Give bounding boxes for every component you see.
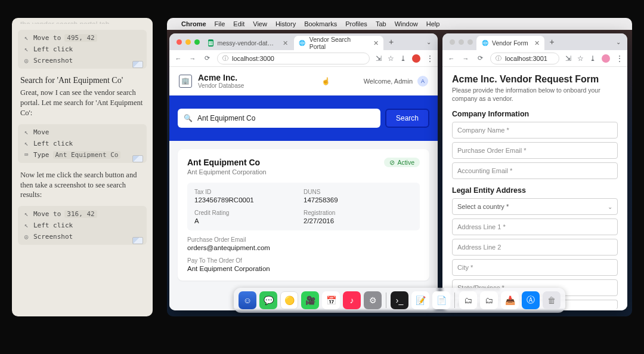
chrome-menu-icon[interactable]: ⋮: [426, 54, 433, 63]
menu-edit[interactable]: Edit: [233, 20, 244, 27]
action-move-to: ↖ Move to 316, 42: [21, 208, 143, 220]
menu-help[interactable]: Help: [426, 20, 440, 27]
registration-value: 2/27/2016: [304, 217, 413, 224]
thought-body: Great, now I can see the vendor search p…: [20, 88, 144, 118]
user-avatar-icon[interactable]: A: [417, 76, 428, 87]
dock-separator: [454, 293, 455, 308]
agent-thought-2: Now let me click the search button and t…: [18, 165, 147, 204]
cursor-icon: ↖: [23, 221, 30, 229]
menu-tab[interactable]: Tab: [376, 20, 386, 27]
close-tab-icon[interactable]: ✕: [283, 39, 288, 47]
cursor-icon: ↖: [23, 140, 30, 147]
address-line-2-field[interactable]: Address Line 2: [452, 239, 618, 256]
action-block-3: ↖ Move to 316, 42 ↖ Left click ◎ Screens…: [18, 206, 147, 245]
app-store-icon[interactable]: Ⓐ: [522, 291, 540, 309]
zoom-window-icon[interactable]: [467, 39, 473, 45]
address-bar[interactable]: ⓘ localhost:3001: [490, 53, 559, 64]
textedit-icon[interactable]: 📄: [432, 291, 450, 309]
profile-avatar-icon[interactable]: [412, 54, 420, 63]
city-field[interactable]: City *: [452, 259, 618, 276]
profile-avatar-icon[interactable]: [602, 54, 610, 63]
downloads-icon[interactable]: ⤓: [590, 54, 596, 63]
downloads-stack-icon[interactable]: 📥: [501, 291, 519, 309]
url-text: localhost:3000: [232, 55, 274, 62]
site-info-icon[interactable]: ⓘ: [496, 54, 501, 63]
bookmark-star-icon[interactable]: ☆: [577, 54, 584, 63]
chrome-window-vendor-form[interactable]: 🌐 Vendor Form ✕ + ⌄ ← → ⟳ ⓘ localhost:30…: [442, 33, 627, 310]
po-email-label: Purchase Order Email: [187, 236, 420, 243]
close-tab-icon[interactable]: ✕: [373, 39, 379, 47]
forward-icon[interactable]: →: [462, 55, 470, 62]
po-email-value: orders@antequipment.com: [187, 244, 420, 251]
section-legal-address: Legal Entity Address: [452, 186, 618, 195]
screenshot-thumbnail[interactable]: [132, 61, 143, 68]
reload-icon[interactable]: ⟳: [476, 54, 484, 62]
country-select[interactable]: Select a country * ⌄: [452, 198, 618, 215]
minimize-window-icon[interactable]: [185, 39, 191, 45]
tab-overflow-icon[interactable]: ⌄: [613, 38, 624, 46]
reload-icon[interactable]: ⟳: [203, 54, 211, 62]
placeholder: Address Line 2: [457, 244, 501, 251]
install-app-icon[interactable]: ⇲: [376, 54, 382, 63]
menu-history[interactable]: History: [275, 20, 296, 27]
back-icon[interactable]: ←: [447, 55, 456, 62]
macos-dock[interactable]: ☺ 💬 🟡 🎥 📅 ♪ ⚙ ›_ 📝 📄 🗂 🗂 📥 Ⓐ 🗑: [234, 288, 565, 313]
chrome-menu-icon[interactable]: ⋮: [616, 54, 623, 63]
menu-window[interactable]: Window: [395, 20, 418, 27]
new-tab-button[interactable]: +: [385, 37, 398, 47]
window-controls[interactable]: [446, 39, 476, 45]
po-email-field[interactable]: Purchase Order Email *: [452, 142, 618, 159]
bookmark-star-icon[interactable]: ☆: [388, 54, 394, 63]
tab-vendor-search-portal[interactable]: 🌐 Vendor Search Portal ✕: [294, 36, 383, 50]
search-button[interactable]: Search: [385, 109, 429, 128]
chrome-window-vendor-search[interactable]: ▦ messy-vendor-data - Googl ✕ 🌐 Vendor S…: [169, 33, 438, 310]
site-info-icon[interactable]: ⓘ: [222, 54, 228, 63]
address-bar[interactable]: ⓘ localhost:3000: [217, 53, 370, 64]
menubar-app-name[interactable]: Chrome: [181, 20, 206, 27]
screenshot-thumbnail[interactable]: [132, 155, 143, 162]
notes-icon[interactable]: 📝: [411, 291, 429, 309]
menu-view[interactable]: View: [253, 20, 267, 27]
finder-icon[interactable]: ☺: [239, 291, 256, 309]
close-tab-icon[interactable]: ✕: [534, 39, 540, 47]
facetime-icon[interactable]: 🎥: [301, 291, 319, 309]
folder-stack-icon[interactable]: 🗂: [459, 291, 477, 309]
tab-overflow-icon[interactable]: ⌄: [423, 38, 434, 46]
tab-messy-vendor-data[interactable]: ▦ messy-vendor-data - Googl ✕: [203, 36, 293, 50]
trash-icon[interactable]: 🗑: [543, 291, 561, 309]
calendar-icon[interactable]: 📅: [322, 291, 340, 309]
zoom-window-icon[interactable]: [194, 39, 200, 45]
cursor-icon: ↖: [23, 34, 30, 42]
install-app-icon[interactable]: ⇲: [565, 54, 571, 63]
search-field[interactable]: [197, 114, 374, 122]
settings-icon[interactable]: ⚙: [364, 291, 382, 309]
forward-icon[interactable]: →: [188, 55, 197, 62]
company-name-field[interactable]: Company Name *: [452, 122, 618, 138]
new-tab-button[interactable]: +: [546, 37, 559, 47]
menu-profiles[interactable]: Profiles: [345, 20, 367, 27]
menu-file[interactable]: File: [215, 20, 225, 27]
vendor-search-input[interactable]: 🔍: [178, 109, 380, 128]
folder-stack-icon[interactable]: 🗂: [480, 291, 498, 309]
messages-icon[interactable]: 💬: [259, 291, 277, 309]
close-window-icon[interactable]: [450, 39, 455, 45]
screenshot-thumbnail[interactable]: [132, 237, 143, 244]
chrome-icon[interactable]: 🟡: [280, 291, 298, 309]
tab-vendor-form[interactable]: 🌐 Vendor Form ✕: [476, 36, 544, 50]
address-line-1-field[interactable]: Address Line 1 *: [452, 218, 618, 235]
credit-value: A: [194, 217, 304, 224]
back-icon[interactable]: ←: [174, 55, 182, 62]
chrome-tab-strip: 🌐 Vendor Form ✕ + ⌄: [442, 33, 627, 50]
window-controls[interactable]: [173, 39, 203, 45]
macos-menubar[interactable]: Chrome File Edit View History Bookmarks …: [167, 18, 632, 30]
vendor-form-page: Acme Inc. Vendor Request Form Please pro…: [442, 67, 627, 310]
music-icon[interactable]: ♪: [343, 291, 361, 309]
minimize-window-icon[interactable]: [459, 39, 464, 45]
terminal-icon[interactable]: ›_: [391, 291, 408, 309]
accounting-email-field[interactable]: Accounting Email *: [452, 162, 618, 179]
duns-label: DUNS: [304, 189, 413, 195]
downloads-icon[interactable]: ⤓: [400, 54, 406, 63]
dock-separator: [386, 293, 386, 308]
menu-bookmarks[interactable]: Bookmarks: [304, 20, 337, 27]
close-window-icon[interactable]: [177, 39, 182, 45]
